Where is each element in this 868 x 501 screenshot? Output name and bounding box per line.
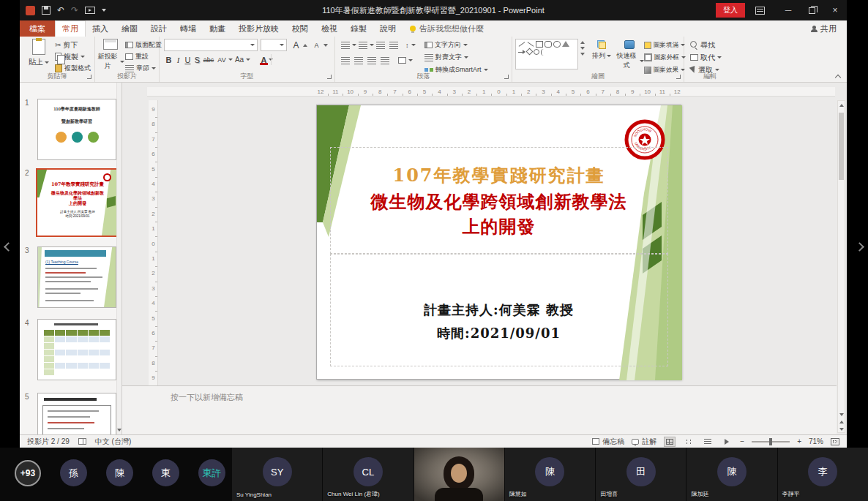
slide-canvas[interactable]: SOOCHOW UNIVERSITY 107年教學實踐研究計畫 微生物及化學跨領…	[316, 105, 681, 380]
tri-shape-icon[interactable]	[562, 41, 569, 47]
circle-shape-icon[interactable]	[534, 49, 539, 55]
participant-tile[interactable]: 田田增喜	[596, 448, 686, 501]
signin-button[interactable]: 登入	[716, 3, 745, 18]
bullets-button[interactable]	[341, 39, 356, 50]
participant-tile[interactable]: 陳陳加廷	[686, 448, 777, 501]
line-shape-icon[interactable]	[518, 41, 525, 48]
language-indicator[interactable]: 中文 (台灣)	[95, 437, 131, 447]
participant-avatar[interactable]: 孫	[60, 459, 87, 486]
oval-shape-icon[interactable]	[553, 41, 561, 48]
fit-to-window-icon[interactable]	[831, 438, 839, 445]
tab-投影片放映[interactable]: 投影片放映	[232, 20, 285, 37]
zoom-out-button[interactable]: −	[740, 437, 744, 445]
tell-me-box[interactable]: 告訴我您想做什麼	[410, 20, 484, 37]
shrink-font-button[interactable]: A	[312, 39, 328, 50]
font-color-button[interactable]: A	[259, 54, 269, 65]
collapse-ribbon-button[interactable]	[835, 73, 841, 79]
tab-設計[interactable]: 設計	[144, 20, 173, 37]
text-shadow-button[interactable]: S	[192, 54, 202, 65]
participant-tile[interactable]: 陳陳慧如	[505, 448, 595, 501]
zoom-slider[interactable]	[752, 441, 790, 442]
align-text-button[interactable]: 對齊文字	[424, 52, 468, 63]
slide-date-text[interactable]: 時間:2021/09/01	[317, 325, 681, 342]
strikethrough-button[interactable]: abc	[202, 54, 215, 65]
slide-title[interactable]: 107年教學實踐研究計畫	[317, 164, 681, 187]
redo-icon[interactable]: ↷	[71, 6, 78, 15]
layout-button[interactable]: 版面配置	[125, 39, 162, 50]
zoom-slider-knob[interactable]	[769, 438, 772, 445]
ribbon-display-options-icon[interactable]	[755, 7, 765, 15]
tab-繪圖[interactable]: 繪圖	[115, 20, 144, 37]
align-center-button[interactable]	[354, 55, 363, 66]
tab-插入[interactable]: 插入	[86, 20, 115, 37]
backslash-shape-icon[interactable]	[527, 41, 534, 48]
italic-button[interactable]: I	[173, 54, 183, 65]
notes-pane[interactable]: 按一下以新增備忘稿	[122, 385, 837, 434]
tab-轉場[interactable]: 轉場	[173, 20, 203, 37]
start-slideshow-icon[interactable]	[85, 7, 95, 14]
notes-toggle[interactable]: 備忘稿	[592, 437, 624, 447]
increase-indent-button[interactable]	[389, 39, 398, 50]
tab-動畫[interactable]: 動畫	[203, 20, 232, 37]
share-button[interactable]: 共用	[811, 20, 847, 37]
spellcheck-icon[interactable]	[78, 438, 86, 445]
text-direction-button[interactable]: 文字方向	[424, 39, 468, 50]
find-button[interactable]: 尋找	[690, 39, 715, 50]
shapes-gallery-scroll[interactable]	[580, 41, 585, 56]
justify-button[interactable]	[381, 55, 389, 66]
participant-tile[interactable]: SYSu YingShian	[232, 448, 322, 501]
slide-subtitle-line2[interactable]: 上的開發	[317, 215, 681, 238]
tab-檢視[interactable]: 檢視	[315, 20, 344, 37]
font-name-combo[interactable]	[164, 39, 258, 51]
zoom-in-button[interactable]: +	[797, 437, 801, 445]
font-size-combo[interactable]	[261, 39, 287, 51]
arrange-button[interactable]: 排列	[588, 40, 615, 61]
next-slide-icon[interactable]	[839, 428, 844, 431]
tab-常用[interactable]: 常用	[55, 20, 86, 37]
participant-tile[interactable]: CLChun Wei Lin (君瑋)	[323, 448, 413, 501]
save-icon[interactable]	[42, 6, 50, 15]
next-arrow-icon[interactable]	[858, 243, 865, 250]
change-case-button[interactable]: Aa	[233, 54, 246, 65]
reading-view-button[interactable]	[702, 437, 714, 447]
zoom-level[interactable]: 71%	[809, 437, 823, 445]
participant-avatar[interactable]: 陳	[106, 459, 133, 486]
reset-button[interactable]: 重設	[125, 51, 149, 62]
tab-錄製[interactable]: 錄製	[344, 20, 373, 37]
align-right-button[interactable]	[367, 55, 376, 66]
slide-thumbnail-5[interactable]	[37, 393, 116, 434]
diamond-shape-icon[interactable]	[526, 48, 534, 56]
shape-outline-button[interactable]: 圖案外框	[644, 52, 686, 63]
slide-thumbnail-2-selected[interactable]: 107年教學實踐研究計畫 微生物及化學跨領域創新教學法上的開發 計畫主持人:何美…	[36, 168, 119, 237]
numbering-button[interactable]	[359, 39, 374, 50]
replace-button[interactable]: 取代	[690, 52, 722, 63]
rect-shape-icon[interactable]	[536, 41, 543, 48]
line-spacing-button[interactable]: ↕	[405, 39, 416, 50]
grow-font-button[interactable]: A	[291, 39, 307, 50]
overflow-count-badge[interactable]: +93	[15, 460, 41, 486]
cut-button[interactable]: ✂剪下	[55, 39, 78, 50]
thumbnail-scrollbar[interactable]	[116, 83, 121, 434]
scroll-down-icon[interactable]	[839, 413, 844, 416]
bold-button[interactable]: B	[164, 54, 173, 65]
arrow-shape-icon[interactable]	[518, 49, 525, 56]
participant-avatar[interactable]: 東	[152, 459, 179, 486]
tab-校閱[interactable]: 校閱	[285, 20, 315, 37]
minimize-button[interactable]: ─	[777, 0, 800, 20]
slide-sorter-view-button[interactable]	[683, 437, 695, 447]
character-spacing-button[interactable]: AV	[215, 54, 228, 65]
participant-tile[interactable]: 李李靜平	[778, 448, 868, 501]
align-left-button[interactable]	[341, 55, 350, 66]
underline-button[interactable]: U	[183, 54, 192, 65]
shape-fill-button[interactable]: 圖案填滿	[644, 39, 685, 50]
participant-video-tile[interactable]	[414, 448, 504, 501]
undo-icon[interactable]: ↶	[57, 6, 64, 15]
drawing-dialog-launcher[interactable]	[676, 74, 682, 80]
comments-toggle[interactable]: 註解	[632, 437, 656, 447]
paragraph-dialog-launcher[interactable]	[504, 74, 510, 80]
slide-thumbnail-4[interactable]	[37, 319, 116, 380]
slide-subtitle-line1[interactable]: 微生物及化學跨領域創新教學法	[317, 190, 681, 214]
quick-styles-button[interactable]: 快速樣式	[615, 40, 644, 70]
participant-avatar[interactable]: 東許	[198, 459, 225, 486]
paste-button[interactable]: 貼上	[26, 39, 52, 67]
